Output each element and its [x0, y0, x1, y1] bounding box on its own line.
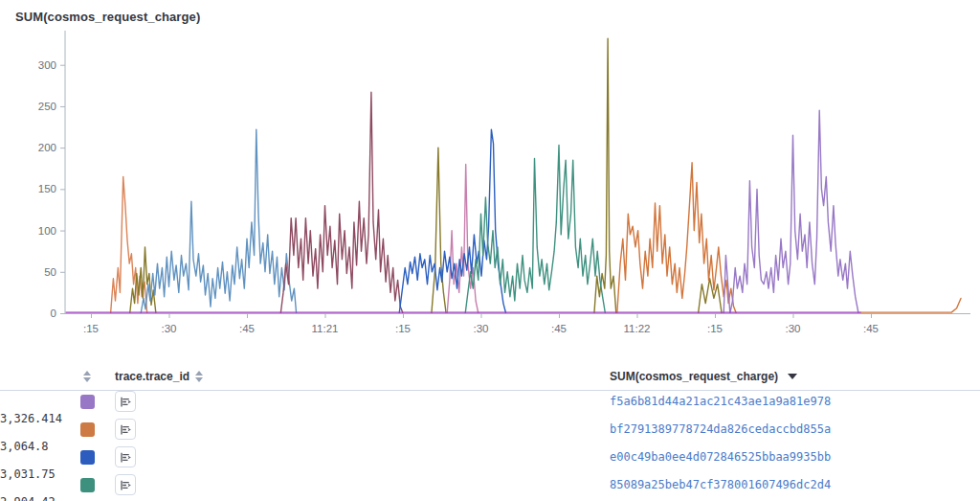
series-olive — [699, 279, 723, 313]
sort-asc-icon — [83, 371, 91, 376]
svg-text::15: :15 — [707, 323, 723, 334]
sort-trace-id-button[interactable] — [195, 371, 203, 382]
sort-desc-icon — [83, 377, 91, 382]
svg-text:100: 100 — [38, 225, 56, 237]
series-color-swatch — [80, 450, 95, 465]
series-olive — [432, 148, 446, 313]
svg-text:150: 150 — [38, 183, 56, 194]
table-row: bf2791389778724da826cedaccbd855a 3,064.8 — [0, 419, 980, 446]
series-teal — [465, 146, 605, 314]
explore-data-icon[interactable] — [115, 474, 136, 495]
sort-color-column-button[interactable] — [83, 371, 91, 382]
trace-id-link[interactable]: e00c49ba0ee4d072846525bbaa9935bb — [610, 450, 980, 464]
table-row: e00c49ba0ee4d072846525bbaa9935bb 3,031.7… — [0, 446, 980, 474]
trace-id-header-label: trace.trace_id — [115, 370, 189, 383]
series-olive — [594, 38, 616, 313]
series-purple — [724, 110, 858, 313]
sum-value: 2,904.42 — [0, 495, 25, 501]
series-color-swatch — [80, 395, 95, 409]
svg-text:300: 300 — [38, 59, 56, 71]
series-salmon-early — [111, 176, 147, 313]
trace-table: trace.trace_id SUM(cosmos_request_charge… — [0, 362, 980, 501]
svg-text:0: 0 — [51, 307, 56, 319]
series-maroon — [280, 92, 403, 313]
svg-text::45: :45 — [239, 323, 255, 334]
svg-text::45: :45 — [863, 323, 879, 334]
sum-value: 3,064.8 — [0, 440, 25, 453]
sum-header-label: SUM(cosmos_request_charge) — [610, 370, 778, 383]
line-chart-canvas[interactable]: 050100150200250300:15:30:4511:21:15:30:4… — [0, 0, 980, 345]
column-header-sum[interactable]: SUM(cosmos_request_charge) — [610, 370, 980, 383]
sum-value: 3,031.75 — [0, 467, 25, 481]
trace-id-link[interactable]: 85089a25beb47cf378001607496dc2d4 — [610, 478, 980, 491]
sort-asc-icon — [195, 371, 203, 376]
table-row: f5a6b81d44a21ac21c43ae1a9a81e978 3,326.4… — [0, 391, 980, 419]
series-sky-blue — [141, 129, 296, 313]
svg-text:200: 200 — [38, 142, 56, 153]
svg-text::30: :30 — [473, 323, 488, 334]
svg-text::30: :30 — [785, 323, 800, 334]
svg-text::45: :45 — [551, 323, 567, 334]
svg-text:11:22: 11:22 — [624, 323, 651, 334]
sum-value: 3,326.414 — [0, 412, 25, 425]
explore-data-icon[interactable] — [115, 391, 136, 412]
svg-text:50: 50 — [44, 266, 56, 278]
explore-data-icon[interactable] — [115, 446, 136, 467]
table-row: 85089a25beb47cf378001607496dc2d4 2,904.4… — [0, 474, 980, 501]
series-dark-blue — [399, 129, 505, 313]
column-header-trace-id[interactable]: trace.trace_id — [115, 370, 610, 383]
series-orange — [860, 298, 961, 312]
trace-id-link[interactable]: f5a6b81d44a21ac21c43ae1a9a81e978 — [610, 395, 980, 408]
trace-id-link[interactable]: bf2791389778724da826cedaccbd855a — [610, 422, 980, 436]
svg-text::15: :15 — [395, 323, 411, 334]
svg-text::15: :15 — [83, 323, 99, 334]
svg-text:250: 250 — [38, 101, 56, 112]
explore-data-icon[interactable] — [115, 419, 136, 440]
svg-text::30: :30 — [161, 323, 176, 334]
svg-text:11:21: 11:21 — [312, 323, 339, 334]
sorted-descending-icon — [788, 374, 797, 379]
table-header-row: trace.trace_id SUM(cosmos_request_charge… — [0, 362, 980, 391]
series-color-swatch — [80, 478, 95, 492]
sort-desc-icon — [195, 377, 203, 382]
series-color-swatch — [80, 422, 95, 437]
